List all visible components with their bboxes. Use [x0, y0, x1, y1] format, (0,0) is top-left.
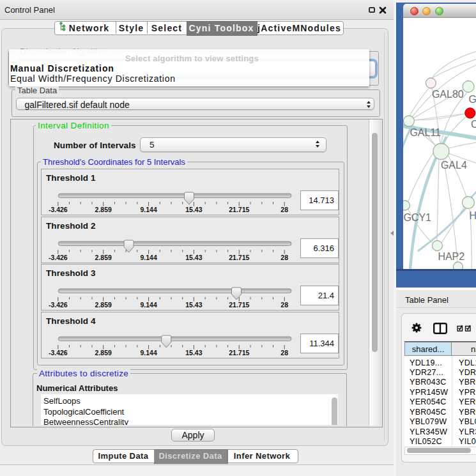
- svg-text:21.715: 21.715: [229, 206, 249, 213]
- svg-text:HAP2: HAP2: [438, 251, 464, 262]
- svg-text:CD: CD: [471, 119, 476, 130]
- svg-text:GAL11: GAL11: [410, 127, 441, 138]
- svg-text:21.715: 21.715: [229, 349, 249, 357]
- svg-text:9.144: 9.144: [140, 254, 157, 261]
- svg-text:9.144: 9.144: [140, 301, 157, 309]
- svg-text:21.715: 21.715: [229, 254, 249, 261]
- svg-text:28: 28: [280, 301, 288, 309]
- svg-text:GAL4: GAL4: [441, 160, 467, 171]
- svg-text:15.43: 15.43: [185, 349, 202, 357]
- svg-text:2.859: 2.859: [95, 206, 112, 213]
- svg-text:GCY1: GCY1: [403, 212, 431, 223]
- svg-text:2.859: 2.859: [95, 349, 112, 357]
- svg-text:28: 28: [280, 206, 288, 213]
- svg-text:GA: GA: [468, 94, 476, 105]
- svg-text:15.43: 15.43: [185, 254, 202, 261]
- svg-text:-3.426: -3.426: [49, 206, 68, 213]
- svg-text:9.144: 9.144: [140, 349, 157, 357]
- svg-text:15.43: 15.43: [185, 301, 202, 309]
- svg-text:15.43: 15.43: [185, 206, 202, 213]
- svg-text:2.859: 2.859: [95, 254, 112, 261]
- svg-text:9.144: 9.144: [140, 206, 157, 213]
- svg-text:28: 28: [280, 254, 288, 261]
- svg-text:2.859: 2.859: [95, 301, 112, 309]
- svg-text:H: H: [469, 210, 476, 221]
- svg-text:GAL80: GAL80: [432, 89, 464, 100]
- svg-text:28: 28: [280, 349, 288, 357]
- svg-text:-3.426: -3.426: [49, 254, 68, 261]
- svg-text:-3.426: -3.426: [49, 349, 68, 357]
- svg-text:21.715: 21.715: [229, 301, 249, 309]
- svg-text:-3.426: -3.426: [49, 301, 68, 309]
